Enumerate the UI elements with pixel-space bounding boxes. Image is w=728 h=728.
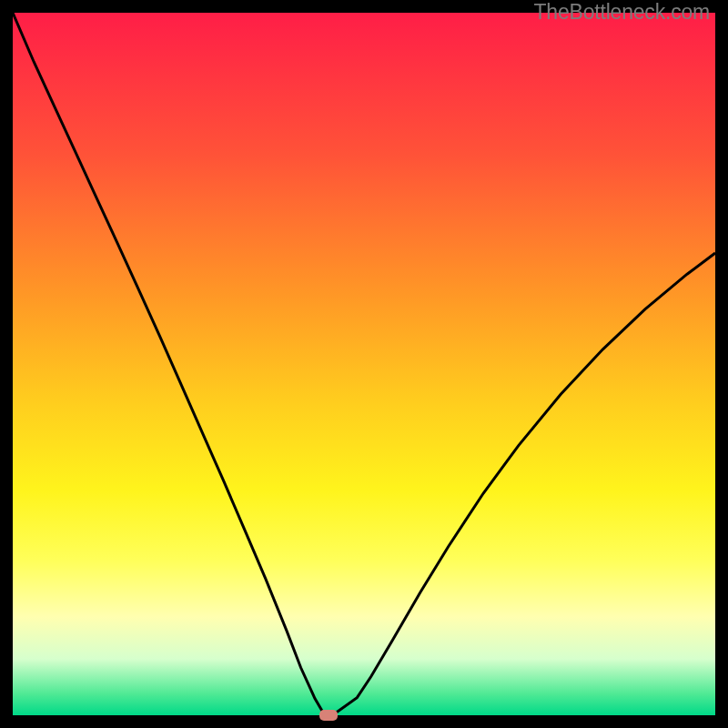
watermark-text: TheBottleneck.com (534, 0, 710, 25)
optimal-point-marker (319, 710, 338, 721)
bottleneck-chart (13, 13, 715, 715)
plot-background (13, 13, 715, 715)
